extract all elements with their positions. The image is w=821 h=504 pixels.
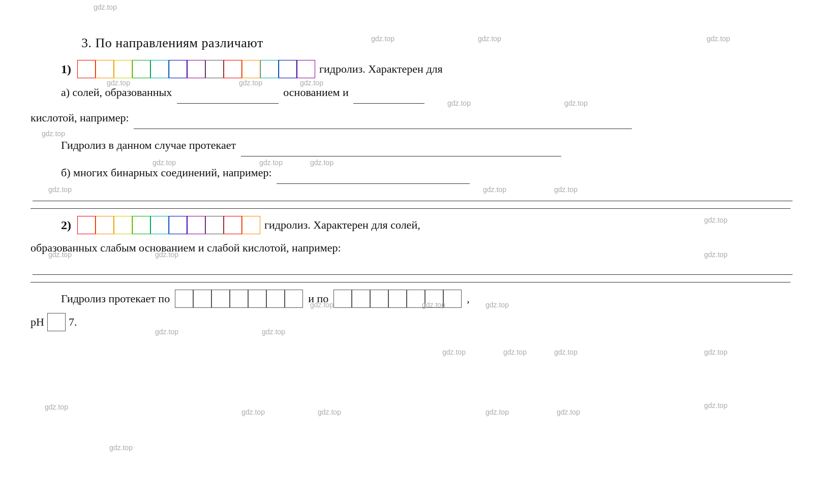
h2-box12 xyxy=(407,290,425,308)
watermark-27: gdz.top xyxy=(554,348,577,356)
letter-box-4 xyxy=(132,60,150,78)
watermark-title: gdz.top xyxy=(94,3,117,11)
item2-letter-box-7 xyxy=(187,216,205,234)
h2-box1 xyxy=(175,290,193,308)
hydroliz2-boxes2 xyxy=(333,290,462,308)
ph-text: 7. xyxy=(69,316,77,329)
watermark-32: gdz.top xyxy=(485,408,509,416)
hydroliz-blank xyxy=(241,156,561,156)
watermark-34: gdz.top xyxy=(704,401,727,410)
sub-a-blank2 xyxy=(353,103,424,104)
item1-number: 1) xyxy=(61,62,71,76)
h2-box4 xyxy=(230,290,248,308)
item1-letter-boxes xyxy=(77,60,315,78)
h2-box13 xyxy=(425,290,443,308)
h2-box11 xyxy=(388,290,407,308)
watermark-29: gdz.top xyxy=(45,403,68,411)
h2-box5 xyxy=(248,290,266,308)
item2-letter-box-5 xyxy=(150,216,169,234)
item2-text2-row: образованных слабым основанием и слабой … xyxy=(31,237,790,259)
ph-label: pH xyxy=(31,316,44,329)
item1-text: гидролиз. Характерен для xyxy=(319,62,443,76)
h2-box10 xyxy=(370,290,388,308)
divider2 xyxy=(31,282,790,282)
sub-b-text: многих бинарных соединений, например: xyxy=(73,166,271,179)
item2-letter-box-10 xyxy=(242,216,260,234)
watermark-30: gdz.top xyxy=(241,408,265,416)
letter-box-5 xyxy=(150,60,169,78)
item2-blank-line xyxy=(33,274,793,275)
sub-a-text3: кислотой, например: xyxy=(31,111,129,124)
watermark-35: gdz.top xyxy=(109,444,133,452)
h2-box14 xyxy=(443,290,462,308)
divider1 xyxy=(31,208,790,209)
sub-a-text1: солей, образованных xyxy=(73,86,172,99)
h2-box6 xyxy=(266,290,285,308)
watermark-33: gdz.top xyxy=(557,408,580,416)
h2-box2 xyxy=(193,290,211,308)
h2-box3 xyxy=(211,290,230,308)
main-heading: 3. По направлениям различают xyxy=(81,36,790,51)
letter-box-13 xyxy=(297,60,315,78)
watermark-26: gdz.top xyxy=(503,348,527,356)
hydroliz2-row: Гидролиз протекает по и по , xyxy=(61,290,790,308)
item2-text: гидролиз. Характерен для солей, xyxy=(264,218,420,232)
sub-a-kislota: кислотой, например: xyxy=(31,107,790,129)
item2-letter-box-8 xyxy=(205,216,224,234)
sub-a-blank1 xyxy=(177,103,279,104)
sub-b-line2 xyxy=(33,201,793,201)
sub-a-blank3 xyxy=(134,129,632,129)
item2-letter-box-1 xyxy=(77,216,96,234)
item2-number: 2) xyxy=(61,218,71,232)
watermark-25: gdz.top xyxy=(442,348,466,356)
item2-text2: образованных слабым основанием и слабой … xyxy=(31,241,341,254)
sub-a-label: а) xyxy=(61,86,70,99)
h2-box8 xyxy=(333,290,352,308)
letter-box-1 xyxy=(77,60,96,78)
hydroliz-text: Гидролиз в данном случае протекает xyxy=(61,139,236,151)
h2-box9 xyxy=(352,290,370,308)
hydroliz2-text2: и по xyxy=(308,292,328,305)
watermark-31: gdz.top xyxy=(318,408,341,416)
letter-box-7 xyxy=(187,60,205,78)
letter-box-9 xyxy=(224,60,242,78)
item2-letter-box-9 xyxy=(224,216,242,234)
sub-b-section: б) многих бинарных соединений, например: xyxy=(61,162,790,184)
page: gdz.top gdz.top gdz.top gdz.top gdz.top … xyxy=(0,0,821,504)
letter-box-6 xyxy=(169,60,187,78)
hydroliz2-text1: Гидролиз протекает по xyxy=(61,292,170,305)
item2-letter-boxes xyxy=(77,216,260,234)
hydroliz-case-row: Гидролиз в данном случае протекает xyxy=(61,134,790,156)
letter-box-2 xyxy=(96,60,114,78)
watermark-28: gdz.top xyxy=(704,348,727,356)
item2-letter-box-6 xyxy=(169,216,187,234)
item2-letter-box-2 xyxy=(96,216,114,234)
sub-b-blank xyxy=(277,183,470,184)
ph-row: pH 7. xyxy=(31,313,790,331)
letter-box-10 xyxy=(242,60,260,78)
letter-box-3 xyxy=(114,60,132,78)
sub-a-text2: основанием и xyxy=(283,86,348,99)
letter-box-11 xyxy=(260,60,279,78)
hydroliz2-boxes1 xyxy=(175,290,303,308)
letter-box-8 xyxy=(205,60,224,78)
sub-a-section: а) солей, образованных основанием и xyxy=(61,81,790,104)
letter-box-12 xyxy=(279,60,297,78)
item2-letter-box-3 xyxy=(114,216,132,234)
item2-letter-box-4 xyxy=(132,216,150,234)
sub-b-label: б) xyxy=(61,166,71,179)
ph-box xyxy=(47,313,66,331)
h2-box7 xyxy=(285,290,303,308)
